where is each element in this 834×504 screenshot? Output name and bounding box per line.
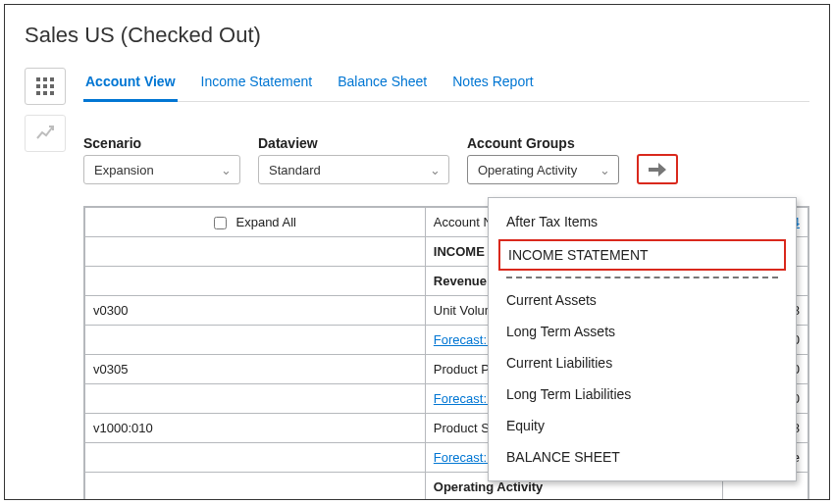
expand-all-checkbox[interactable]: [214, 217, 227, 229]
svg-rect-5: [50, 84, 54, 88]
dataview-select[interactable]: Standard ⌄: [258, 155, 449, 184]
svg-rect-1: [43, 77, 47, 81]
scenario-label: Scenario: [83, 135, 240, 151]
row-code: v0305: [85, 355, 426, 384]
page-title: Sales US (Checked Out): [25, 23, 809, 48]
svg-rect-0: [36, 77, 40, 81]
go-button[interactable]: [637, 154, 678, 184]
arrow-right-icon: [649, 163, 666, 176]
tab-income-statement[interactable]: Income Statement: [199, 68, 315, 101]
dataview-label: Dataview: [258, 135, 449, 151]
row-code: [85, 384, 426, 414]
row-code: [85, 473, 426, 501]
tab-balance-sheet[interactable]: Balance Sheet: [336, 68, 429, 101]
account-groups-select[interactable]: Operating Activity ⌄: [467, 155, 619, 184]
chevron-down-icon: ⌄: [430, 163, 441, 177]
scenario-select[interactable]: Expansion ⌄: [83, 155, 240, 184]
chevron-down-icon: ⌄: [221, 163, 232, 177]
grid-icon: [36, 77, 54, 95]
chart-icon: [36, 125, 54, 142]
menu-item[interactable]: After Tax Items: [489, 206, 796, 237]
menu-item[interactable]: Current Assets: [489, 284, 796, 316]
filter-row: Scenario Expansion ⌄ Dataview Standard ⌄…: [83, 135, 809, 184]
svg-rect-7: [43, 91, 47, 95]
menu-separator: [506, 277, 778, 278]
row-code: v1000:010: [85, 414, 426, 443]
tab-bar: Account View Income Statement Balance Sh…: [83, 68, 809, 102]
row-code: [85, 237, 426, 267]
svg-rect-2: [50, 77, 54, 81]
menu-item[interactable]: Current Liabilities: [489, 347, 796, 378]
account-groups-menu: After Tax ItemsINCOME STATEMENT Current …: [488, 197, 797, 481]
view-sidebar: [25, 68, 70, 500]
svg-rect-6: [36, 91, 40, 95]
menu-item[interactable]: Long Term Liabilities: [489, 378, 796, 410]
row-code: [85, 443, 426, 473]
svg-rect-8: [50, 91, 54, 95]
dataview-value: Standard: [269, 163, 321, 177]
expand-all-header[interactable]: Expand All: [85, 208, 426, 237]
expand-all-label: Expand All: [236, 215, 296, 229]
menu-item[interactable]: INCOME STATEMENT: [498, 239, 786, 271]
scenario-value: Expansion: [94, 163, 154, 177]
account-groups-label: Account Groups: [467, 135, 619, 151]
chart-view-button[interactable]: [25, 115, 66, 152]
row-code: v0300: [85, 296, 426, 326]
menu-item[interactable]: BALANCE SHEET: [489, 441, 796, 473]
row-code: [85, 267, 426, 296]
tab-account-view[interactable]: Account View: [83, 68, 178, 102]
svg-rect-4: [43, 84, 47, 88]
chevron-down-icon: ⌄: [599, 163, 610, 177]
row-code: [85, 326, 426, 355]
grid-view-button[interactable]: [25, 68, 66, 105]
tab-notes-report[interactable]: Notes Report: [450, 68, 535, 101]
menu-item[interactable]: Long Term Assets: [489, 316, 796, 347]
menu-item[interactable]: Equity: [489, 410, 796, 441]
account-groups-value: Operating Activity: [478, 163, 577, 177]
svg-rect-3: [36, 84, 40, 88]
